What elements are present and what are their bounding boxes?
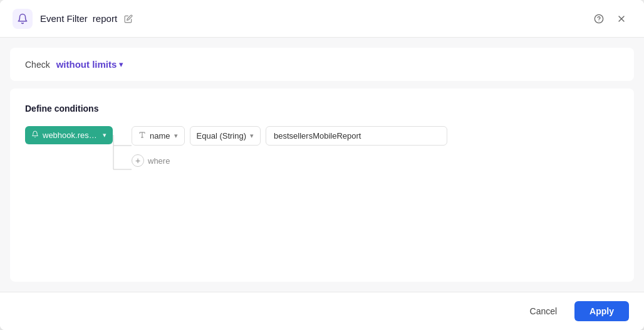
connector	[113, 126, 132, 179]
operator-dropdown-label: Equal (String)	[197, 131, 246, 141]
chevron-down-icon: ▾	[174, 132, 178, 140]
modal-footer: Cancel Apply	[0, 292, 644, 330]
event-filter-modal: Event Filter report Check	[0, 0, 644, 330]
app-logo	[13, 9, 33, 29]
operator-dropdown[interactable]: Equal (String) ▾	[190, 126, 261, 146]
report-name: report	[93, 13, 117, 24]
plus-icon: +	[132, 154, 144, 167]
help-button[interactable]	[589, 9, 609, 29]
condition-row: name ▾ Equal (String) ▾	[132, 126, 447, 146]
chevron-down-icon: ▾	[250, 132, 254, 140]
condition-fields: name ▾ Equal (String) ▾ +	[132, 126, 447, 169]
event-dropdown[interactable]: webhook.resp... ▾	[25, 126, 113, 144]
bell-icon	[31, 130, 39, 140]
check-section: Check without limits ▾	[10, 48, 634, 81]
close-button[interactable]	[611, 9, 631, 29]
value-input[interactable]	[266, 126, 447, 146]
check-dropdown-text: without limits	[56, 59, 117, 70]
condition-container: webhook.resp... ▾	[25, 126, 619, 179]
check-label: Check	[25, 60, 50, 70]
field-dropdown-label: name	[150, 131, 170, 141]
apply-button[interactable]: Apply	[574, 301, 629, 321]
chevron-down-icon: ▾	[119, 60, 123, 69]
where-button[interactable]: + where	[132, 152, 447, 169]
check-dropdown[interactable]: without limits ▾	[56, 59, 124, 70]
modal-body: Check without limits ▾ Define conditions	[0, 38, 644, 292]
conditions-title: Define conditions	[25, 104, 619, 114]
connector-lines	[113, 135, 132, 179]
where-label: where	[148, 156, 170, 166]
cancel-button[interactable]: Cancel	[520, 301, 568, 321]
event-dropdown-label: webhook.resp...	[43, 130, 99, 140]
type-icon	[138, 131, 146, 141]
modal-title: Event Filter	[40, 13, 88, 24]
conditions-section: Define conditions webhook.resp... ▾	[10, 88, 634, 282]
edit-report-name-button[interactable]	[121, 11, 136, 26]
modal-header: Event Filter report	[0, 0, 644, 38]
field-dropdown[interactable]: name ▾	[132, 126, 185, 146]
chevron-down-icon: ▾	[103, 131, 106, 139]
